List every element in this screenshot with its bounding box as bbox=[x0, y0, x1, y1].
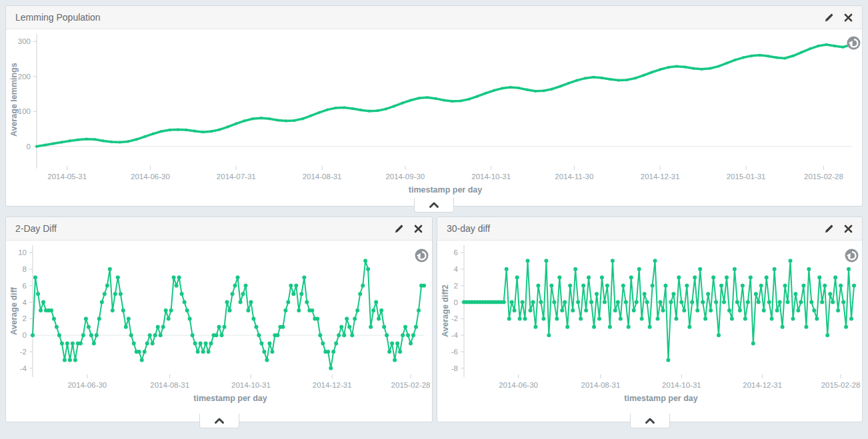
data-point bbox=[347, 325, 351, 329]
pencil-icon[interactable] bbox=[825, 224, 834, 233]
data-point bbox=[706, 292, 710, 296]
data-point bbox=[299, 292, 303, 296]
data-point bbox=[767, 55, 769, 57]
data-point bbox=[406, 333, 410, 337]
data-point bbox=[717, 333, 721, 337]
x-tick-label: 2014-08-31 bbox=[581, 381, 621, 389]
close-icon[interactable] bbox=[844, 13, 853, 22]
data-point bbox=[267, 342, 271, 346]
data-point bbox=[140, 358, 144, 362]
data-point bbox=[201, 350, 205, 354]
data-point bbox=[390, 342, 394, 346]
data-point bbox=[366, 267, 370, 271]
y-tick-label: -6 bbox=[451, 348, 458, 356]
collapse-panel-button[interactable] bbox=[414, 198, 454, 213]
data-point bbox=[643, 292, 647, 296]
data-point bbox=[411, 333, 415, 337]
data-point bbox=[318, 333, 322, 337]
close-icon[interactable] bbox=[844, 224, 853, 233]
data-point bbox=[791, 316, 795, 320]
pencil-icon[interactable] bbox=[825, 13, 834, 22]
data-point bbox=[127, 316, 131, 320]
data-point bbox=[605, 284, 609, 288]
data-point bbox=[294, 284, 298, 288]
data-point bbox=[592, 76, 595, 79]
data-point bbox=[84, 316, 88, 320]
back-circle-icon[interactable] bbox=[847, 36, 861, 53]
close-icon[interactable] bbox=[414, 224, 423, 233]
data-point bbox=[757, 300, 761, 304]
data-point bbox=[55, 325, 59, 329]
data-point bbox=[841, 46, 844, 49]
data-point bbox=[617, 79, 620, 82]
data-point bbox=[669, 300, 673, 304]
data-point bbox=[201, 131, 204, 133]
panel-header: 30-day diff bbox=[437, 217, 862, 240]
data-point bbox=[603, 300, 607, 304]
data-point bbox=[584, 77, 587, 79]
data-point bbox=[124, 325, 128, 329]
data-point bbox=[275, 333, 279, 337]
y-tick-label: 0 bbox=[27, 143, 31, 151]
data-point bbox=[621, 284, 625, 288]
collapse-panel-button[interactable] bbox=[630, 414, 670, 428]
data-point bbox=[735, 300, 739, 304]
data-point bbox=[289, 284, 293, 288]
data-point bbox=[796, 308, 800, 312]
x-tick-label: 2014-12-31 bbox=[641, 173, 680, 181]
data-point bbox=[210, 130, 213, 133]
data-point bbox=[103, 292, 107, 296]
line-chart[interactable]: 6420-2-4-6-82014-06-302014-08-312014-10-… bbox=[437, 242, 861, 403]
collapse-panel-button[interactable] bbox=[199, 414, 239, 428]
y-tick-label: -2 bbox=[20, 348, 27, 356]
data-point bbox=[393, 105, 395, 107]
data-point bbox=[675, 65, 678, 68]
data-point bbox=[233, 284, 237, 288]
x-tick-label: 2014-05-31 bbox=[47, 173, 87, 181]
data-point bbox=[369, 325, 373, 329]
x-tick-label: 2015-02-28 bbox=[391, 381, 431, 389]
data-point bbox=[693, 275, 697, 279]
data-point bbox=[698, 267, 702, 271]
data-point bbox=[225, 300, 229, 304]
y-tick-label: 8 bbox=[23, 265, 27, 273]
data-point bbox=[102, 139, 105, 142]
data-point bbox=[426, 96, 429, 99]
back-circle-icon[interactable] bbox=[845, 248, 859, 265]
data-point bbox=[35, 145, 38, 148]
line-chart[interactable]: 30020010002014-05-312014-06-302014-07-31… bbox=[6, 31, 861, 195]
data-point bbox=[43, 144, 46, 147]
data-point bbox=[85, 138, 88, 141]
data-point bbox=[434, 97, 437, 100]
data-point bbox=[215, 333, 219, 337]
data-point bbox=[625, 79, 628, 81]
data-point bbox=[283, 308, 287, 312]
line-chart[interactable]: 1086420-2-42014-06-302014-08-312014-10-3… bbox=[6, 242, 431, 403]
pencil-icon[interactable] bbox=[395, 224, 404, 233]
y-tick-label: -2 bbox=[451, 314, 458, 322]
data-point bbox=[799, 300, 803, 304]
chevron-up-icon bbox=[645, 417, 655, 424]
data-point bbox=[751, 342, 755, 346]
data-point bbox=[632, 308, 636, 312]
data-point bbox=[733, 59, 736, 61]
data-point bbox=[262, 350, 266, 354]
x-tick-label: 2014-09-30 bbox=[385, 173, 425, 181]
data-point bbox=[188, 316, 192, 320]
data-point bbox=[368, 110, 371, 113]
data-point bbox=[168, 129, 171, 131]
data-point bbox=[576, 300, 580, 304]
panel-title: 30-day diff bbox=[447, 223, 490, 234]
x-tick-label: 2014-11-30 bbox=[555, 173, 593, 181]
data-point bbox=[526, 259, 530, 263]
y-axis-title: Average lemmings bbox=[9, 37, 19, 163]
data-point bbox=[345, 316, 349, 320]
data-point bbox=[241, 292, 245, 296]
data-point bbox=[730, 316, 734, 320]
data-point bbox=[175, 284, 179, 288]
back-circle-icon[interactable] bbox=[415, 248, 429, 265]
data-point bbox=[318, 111, 321, 114]
data-point bbox=[521, 300, 525, 304]
y-tick-label: 0 bbox=[454, 298, 458, 306]
data-point bbox=[841, 300, 845, 304]
